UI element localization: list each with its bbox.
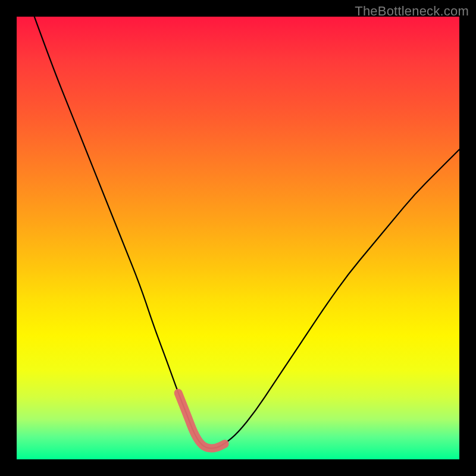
highlight-segment-path bbox=[178, 393, 225, 448]
curve-svg bbox=[17, 17, 459, 459]
chart-plot-area bbox=[17, 17, 459, 459]
watermark-text: TheBottleneck.com bbox=[355, 4, 469, 19]
bottleneck-curve-path bbox=[35, 17, 459, 448]
